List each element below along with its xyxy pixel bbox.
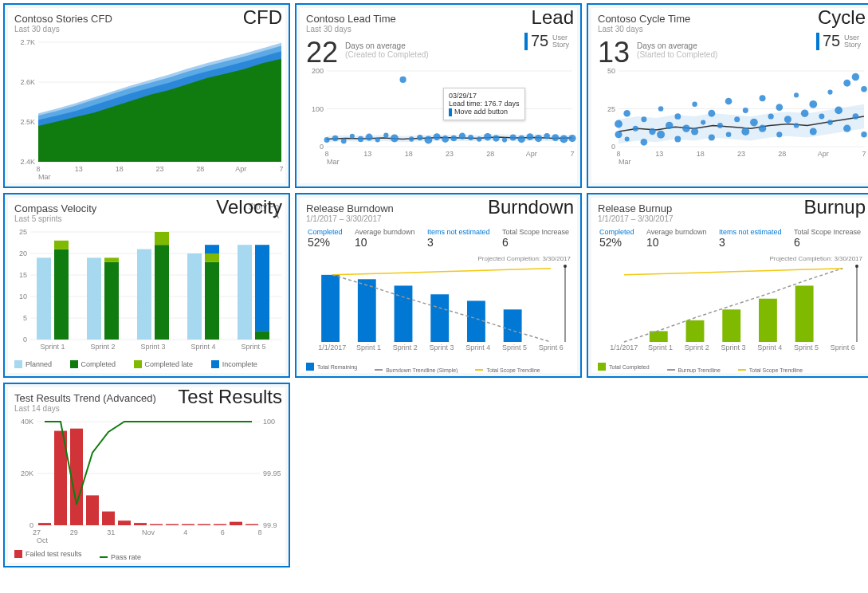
svg-point-43 bbox=[502, 137, 507, 142]
svg-rect-138 bbox=[104, 262, 119, 340]
svg-text:23: 23 bbox=[737, 150, 745, 158]
svg-rect-134 bbox=[54, 249, 69, 340]
cycle-card[interactable]: Cycle Contoso Cycle Time Last 30 days 13… bbox=[587, 3, 868, 188]
cycle-avg-value: 13 bbox=[598, 38, 630, 67]
svg-text:Apr: Apr bbox=[526, 150, 537, 158]
svg-rect-201 bbox=[182, 524, 194, 525]
svg-point-68 bbox=[625, 136, 630, 141]
svg-text:Sprint 3: Sprint 3 bbox=[140, 343, 165, 351]
svg-point-45 bbox=[518, 135, 525, 143]
svg-rect-158 bbox=[395, 285, 413, 342]
svg-point-67 bbox=[615, 120, 623, 128]
svg-text:Sprint 3: Sprint 3 bbox=[429, 344, 454, 351]
cycle-chart: 02550813182328Apr7Mar bbox=[598, 67, 868, 171]
svg-rect-196 bbox=[102, 512, 115, 525]
svg-rect-142 bbox=[155, 245, 169, 340]
svg-point-77 bbox=[674, 113, 681, 120]
velocity-card[interactable]: Velocity Compass Velocity Story PoA Last… bbox=[3, 193, 290, 378]
svg-text:15: 15 bbox=[19, 271, 27, 279]
svg-point-100 bbox=[801, 109, 809, 117]
svg-text:31: 31 bbox=[107, 528, 115, 536]
svg-text:10: 10 bbox=[19, 293, 27, 300]
svg-text:100: 100 bbox=[263, 418, 275, 426]
svg-point-79 bbox=[682, 124, 689, 132]
svg-text:8: 8 bbox=[616, 150, 620, 158]
svg-text:5: 5 bbox=[23, 314, 27, 322]
svg-rect-148 bbox=[205, 245, 219, 253]
svg-rect-147 bbox=[205, 253, 219, 262]
burndown-projection: Projected Completion: 3/30/2017 bbox=[306, 255, 571, 262]
cfd-badge: CFD bbox=[243, 6, 282, 29]
svg-point-38 bbox=[459, 133, 465, 139]
svg-point-46 bbox=[526, 133, 533, 140]
burnup-chart: 1/1/2017Sprint 1Sprint 2Sprint 3Sprint 4… bbox=[598, 262, 868, 358]
svg-text:18: 18 bbox=[405, 150, 413, 158]
svg-point-41 bbox=[484, 133, 491, 140]
svg-point-37 bbox=[450, 135, 457, 142]
svg-text:2.6K: 2.6K bbox=[20, 78, 35, 86]
svg-text:Sprint 4: Sprint 4 bbox=[757, 344, 782, 351]
svg-rect-178 bbox=[795, 285, 814, 342]
svg-rect-151 bbox=[255, 331, 269, 340]
svg-text:28: 28 bbox=[486, 150, 494, 158]
svg-text:Sprint 4: Sprint 4 bbox=[465, 344, 490, 351]
svg-text:Sprint 2: Sprint 2 bbox=[90, 343, 115, 351]
svg-rect-197 bbox=[118, 520, 131, 525]
svg-text:6: 6 bbox=[221, 528, 225, 536]
svg-point-24 bbox=[341, 139, 347, 144]
tests-chart: 020K40K99.999.95100272931Nov468Oct bbox=[14, 418, 285, 545]
svg-point-26 bbox=[358, 136, 363, 142]
svg-point-96 bbox=[776, 132, 782, 137]
burnup-badge: Burnup bbox=[804, 196, 866, 218]
svg-text:13: 13 bbox=[363, 150, 371, 158]
svg-point-49 bbox=[552, 134, 559, 141]
svg-rect-156 bbox=[358, 279, 376, 342]
svg-point-85 bbox=[717, 123, 723, 128]
svg-point-70 bbox=[633, 126, 638, 132]
cycle-avg-desc: Days on average (Started to Completed) bbox=[637, 41, 717, 59]
burndown-card[interactable]: Burndown Release Burndown 1/1/2017 – 3/3… bbox=[295, 193, 582, 378]
svg-point-69 bbox=[623, 110, 630, 117]
svg-point-42 bbox=[493, 135, 499, 141]
burndown-metrics: Completed 52% Average burndown 10 Items … bbox=[308, 228, 569, 249]
svg-rect-152 bbox=[255, 245, 269, 331]
svg-point-78 bbox=[674, 136, 681, 143]
svg-point-84 bbox=[709, 135, 715, 141]
svg-point-110 bbox=[853, 113, 859, 120]
svg-text:20: 20 bbox=[19, 249, 27, 257]
svg-text:7: 7 bbox=[279, 165, 283, 173]
lead-card[interactable]: Lead Contoso Lead Time Last 30 days 22 D… bbox=[295, 3, 582, 188]
svg-text:Mar: Mar bbox=[38, 173, 51, 181]
cfd-chart: 2.4K2.5K2.6K2.7K813182328Apr7Mar bbox=[14, 38, 285, 182]
svg-point-71 bbox=[641, 116, 646, 122]
svg-text:13: 13 bbox=[655, 150, 663, 158]
svg-point-51 bbox=[568, 135, 575, 142]
svg-rect-164 bbox=[504, 309, 522, 342]
svg-text:29: 29 bbox=[70, 528, 78, 536]
cfd-card[interactable]: CFD Contoso Stories CFD Last 30 days 2.4… bbox=[3, 3, 290, 188]
svg-rect-204 bbox=[230, 522, 242, 525]
svg-point-81 bbox=[691, 128, 698, 135]
svg-point-182 bbox=[855, 265, 858, 268]
svg-text:Sprint 1: Sprint 1 bbox=[356, 344, 381, 351]
svg-point-29 bbox=[383, 133, 388, 138]
svg-point-101 bbox=[809, 100, 817, 108]
burnup-card[interactable]: Burnup Release Burnup 1/1/2017 – 3/30/20… bbox=[587, 193, 868, 378]
svg-text:7: 7 bbox=[570, 150, 574, 158]
svg-point-97 bbox=[784, 116, 791, 123]
svg-rect-137 bbox=[87, 257, 101, 340]
lead-count-pill: 75 UserStory bbox=[524, 32, 569, 50]
svg-text:23: 23 bbox=[155, 165, 163, 173]
svg-rect-194 bbox=[70, 429, 83, 525]
svg-rect-133 bbox=[37, 257, 51, 340]
cfd-subtitle: Last 30 days bbox=[14, 25, 279, 33]
tests-card[interactable]: Test Results Test Results Trend (Advance… bbox=[3, 383, 290, 567]
svg-point-25 bbox=[350, 134, 355, 139]
svg-point-111 bbox=[861, 86, 867, 92]
svg-text:27: 27 bbox=[33, 528, 41, 536]
cfd-title: Contoso Stories CFD bbox=[14, 13, 279, 25]
svg-point-88 bbox=[734, 116, 740, 122]
svg-text:Apr: Apr bbox=[235, 165, 246, 173]
svg-point-22 bbox=[324, 137, 330, 143]
svg-rect-160 bbox=[430, 294, 449, 342]
